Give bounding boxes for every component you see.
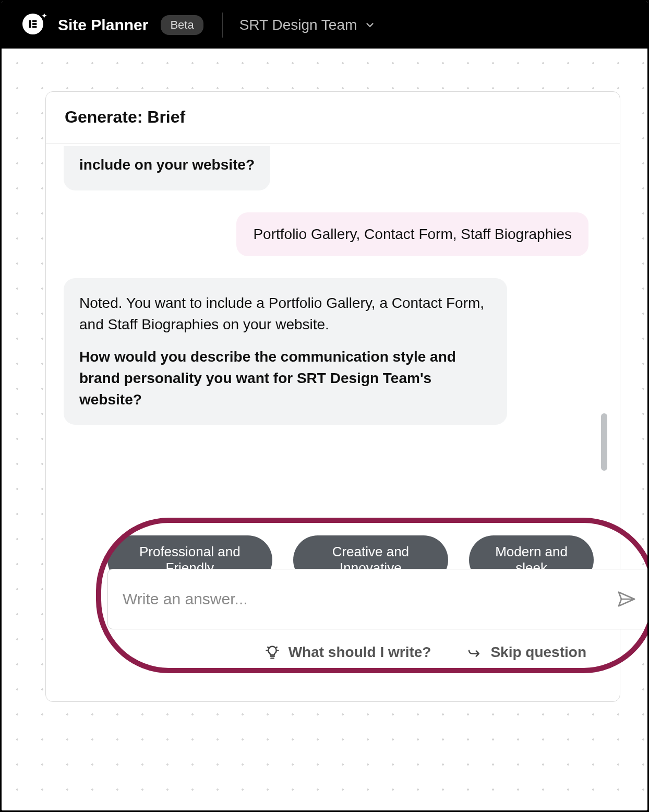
panel-title: Generate: Brief	[46, 92, 620, 144]
brief-panel: Generate: Brief include on your website?…	[45, 91, 620, 702]
canvas-background: Generate: Brief include on your website?…	[2, 49, 647, 810]
assistant-confirmation: Noted. You want to include a Portfolio G…	[79, 293, 491, 335]
svg-rect-2	[32, 23, 37, 25]
skip-icon	[466, 644, 482, 660]
send-icon	[616, 589, 637, 610]
elementor-logo-icon	[22, 14, 43, 34]
user-message-text: Portfolio Gallery, Contact Form, Staff B…	[253, 226, 572, 242]
user-message: Portfolio Gallery, Contact Form, Staff B…	[236, 212, 588, 257]
svg-rect-1	[32, 20, 37, 22]
app-title: Site Planner	[58, 16, 148, 34]
chevron-down-icon	[364, 19, 376, 31]
answer-input[interactable]	[123, 590, 614, 608]
assistant-message: Noted. You want to include a Portfolio G…	[64, 278, 507, 425]
divider	[222, 13, 223, 38]
workspace-name: SRT Design Team	[239, 17, 357, 33]
lightbulb-icon	[265, 644, 280, 660]
answer-input-row	[107, 569, 649, 629]
assistant-question-fragment: include on your website?	[79, 154, 255, 176]
sparkle-icon: ✦	[41, 11, 47, 20]
send-button[interactable]	[614, 587, 639, 612]
svg-rect-3	[32, 26, 37, 28]
helpers-row: What should I write? Skip question	[46, 644, 620, 661]
hint-button[interactable]: What should I write?	[265, 644, 431, 661]
assistant-question: How would you describe the communication…	[79, 347, 491, 410]
svg-line-7	[268, 647, 268, 648]
svg-line-8	[276, 647, 277, 648]
app-viewport: ✦ Site Planner Beta SRT Design Team Gene…	[0, 0, 649, 812]
skip-button[interactable]: Skip question	[466, 644, 586, 661]
app-logo: ✦	[22, 14, 45, 37]
workspace-dropdown[interactable]: SRT Design Team	[239, 17, 376, 33]
assistant-message: include on your website?	[64, 146, 270, 190]
skip-label: Skip question	[490, 644, 586, 661]
svg-rect-0	[29, 20, 31, 28]
scrollbar-thumb[interactable]	[601, 413, 607, 471]
hint-label: What should I write?	[289, 644, 431, 661]
top-bar: ✦ Site Planner Beta SRT Design Team	[2, 2, 647, 49]
beta-badge: Beta	[161, 15, 203, 35]
